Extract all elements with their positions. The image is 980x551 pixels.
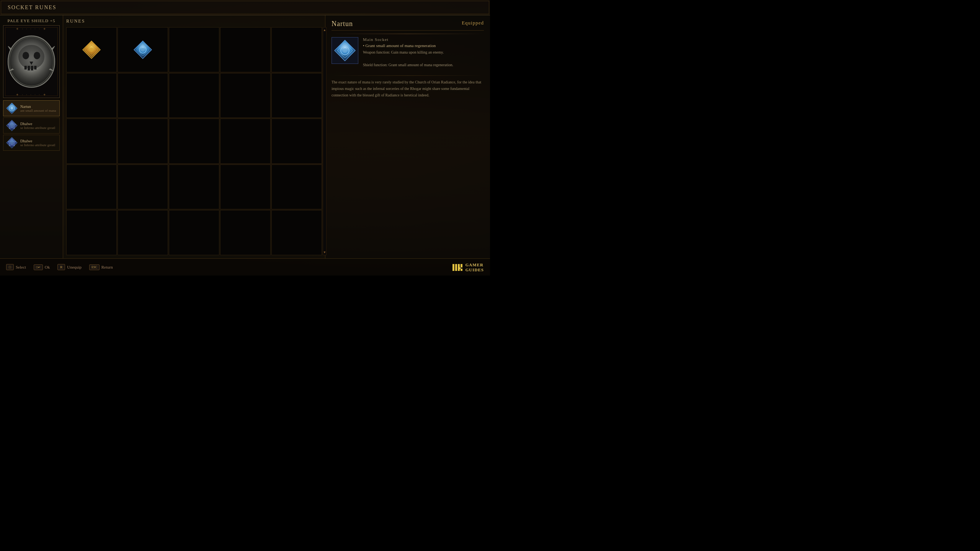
gamer-guides-icon xyxy=(452,262,463,273)
detail-separator-top xyxy=(332,34,484,34)
rune-cell-1-0[interactable] xyxy=(66,73,117,118)
unequip-key-icon: R xyxy=(57,264,65,270)
return-key-icon: ESC xyxy=(89,264,100,270)
rune-grid-container: ▲ ▼ xyxy=(66,27,322,255)
svg-rect-41 xyxy=(458,267,461,269)
inventory-list: Nartun ant small amount of mana xyxy=(3,100,60,255)
svg-point-0 xyxy=(8,36,55,87)
gamer-guides-logo: GAMERGUIDES xyxy=(452,262,484,273)
socket-info: Main Socket Grant small amount of mana r… xyxy=(363,37,484,68)
select-label: Select xyxy=(16,265,26,269)
rune-cell-2-3[interactable] xyxy=(220,119,271,164)
dhalwe-desc-1: se Inferno attribute greatl xyxy=(20,126,55,130)
select-key-icon: □ xyxy=(6,264,14,270)
svg-rect-7 xyxy=(31,66,33,70)
scroll-up-arrow[interactable]: ▲ xyxy=(323,28,326,32)
frame-deco-top-line: ✦ · · · · · ✦ xyxy=(16,27,47,31)
dhalwe-name-2: Dhalwe xyxy=(20,139,55,143)
rune-cell-0-3[interactable] xyxy=(220,27,271,72)
svg-point-20 xyxy=(10,141,13,144)
rune-cell-1-1[interactable] xyxy=(118,73,168,118)
blue-rune xyxy=(133,40,153,60)
detail-status: Equipped xyxy=(462,20,484,26)
weapon-function: Weapon function: Gain mana upon killing … xyxy=(363,49,484,55)
svg-point-10 xyxy=(10,37,53,86)
action-return: ESC Return xyxy=(89,264,113,270)
svg-point-3 xyxy=(23,52,29,59)
rune-cell-0-0[interactable] xyxy=(66,27,117,72)
rune-cell-0-4[interactable] xyxy=(271,27,322,72)
runes-label: Runes xyxy=(66,18,322,24)
rune-cell-3-4[interactable] xyxy=(271,165,322,210)
dhalwe-info-1: Dhalwe se Inferno attribute greatl xyxy=(20,122,55,130)
gold-rune xyxy=(82,40,101,60)
nartun-info: Nartun ant small amount of mana xyxy=(20,104,56,112)
svg-point-17 xyxy=(10,124,13,127)
rune-cell-4-4[interactable] xyxy=(271,210,322,255)
socket-section: Main Socket Grant small amount of mana r… xyxy=(332,37,484,68)
svg-point-4 xyxy=(34,52,40,59)
rune-cell-2-1[interactable] xyxy=(118,119,168,164)
rune-cell-3-3[interactable] xyxy=(220,165,271,210)
rune-cell-3-1[interactable] xyxy=(118,165,168,210)
dhalwe-name-1: Dhalwe xyxy=(20,122,55,126)
scroll-down-arrow[interactable]: ▼ xyxy=(323,251,326,254)
list-item[interactable]: Nartun ant small amount of mana xyxy=(3,100,60,116)
nartun-name: Nartun xyxy=(20,104,56,109)
right-panel: Nartun Equipped xyxy=(325,15,490,258)
main-layout: Pale Eye Shield +5 ✦ · · · · · ✦ xyxy=(0,15,490,258)
svg-point-35 xyxy=(343,48,347,53)
frame-deco-bottom: ✦ · · · · · ✦ xyxy=(3,91,59,98)
action-ok: □↵ Ok xyxy=(34,264,50,270)
detail-header: Nartun Equipped xyxy=(332,20,484,31)
svg-rect-8 xyxy=(34,66,36,70)
rune-cell-4-2[interactable] xyxy=(169,210,219,255)
window-title: Socket Runes xyxy=(8,5,57,11)
dhalwe-rune-icon-2 xyxy=(6,137,18,149)
socket-rune-icon xyxy=(333,39,356,62)
list-item[interactable]: Dhalwe se Inferno attribute greatl xyxy=(3,135,60,151)
scrollbar[interactable]: ▲ ▼ xyxy=(323,27,327,255)
nartun-desc: ant small amount of mana xyxy=(20,109,56,112)
rune-cell-0-1[interactable] xyxy=(118,27,168,72)
frame-deco-top: ✦ · · · · · ✦ xyxy=(3,26,59,32)
equipment-frame: ✦ · · · · · ✦ xyxy=(3,25,60,98)
rune-cell-1-3[interactable] xyxy=(220,73,271,118)
detail-separator-mid xyxy=(332,75,484,76)
ok-label: Ok xyxy=(45,265,50,269)
rune-cell-3-2[interactable] xyxy=(169,165,219,210)
svg-rect-36 xyxy=(452,264,454,271)
rune-cell-4-0[interactable] xyxy=(66,210,117,255)
rune-cell-0-2[interactable] xyxy=(169,27,219,72)
rune-cell-2-4[interactable] xyxy=(271,119,322,164)
svg-point-30 xyxy=(141,48,145,52)
rune-cell-4-1[interactable] xyxy=(118,210,168,255)
socket-rune-display xyxy=(332,37,358,64)
dhalwe-desc-2: se Inferno attribute greatl xyxy=(20,143,55,147)
nartun-rune-icon xyxy=(6,102,18,114)
rune-cell-2-2[interactable] xyxy=(169,119,219,164)
list-item[interactable]: Dhalwe se Inferno attribute greatl xyxy=(3,117,60,134)
rune-cell-1-2[interactable] xyxy=(169,73,219,118)
action-unequip: R Unequip xyxy=(57,264,82,270)
socket-bullet: Grant small amount of mana regeneration xyxy=(363,43,484,48)
dhalwe-info-2: Dhalwe se Inferno attribute greatl xyxy=(20,139,55,147)
action-select: □ Select xyxy=(6,264,26,270)
rune-cell-2-0[interactable] xyxy=(66,119,117,164)
svg-point-13 xyxy=(10,107,13,109)
rune-cell-3-0[interactable] xyxy=(66,165,117,210)
svg-rect-39 xyxy=(461,264,462,267)
svg-rect-5 xyxy=(24,66,27,70)
title-bar: Socket Runes xyxy=(0,0,490,15)
return-label: Return xyxy=(101,265,113,269)
socket-label: Main Socket xyxy=(363,37,484,42)
dhalwe-rune-icon-1 xyxy=(6,119,18,132)
shield-image xyxy=(3,26,59,98)
detail-lore: The exact nature of mana is very rarely … xyxy=(332,79,484,98)
detail-name: Nartun xyxy=(332,20,353,28)
left-panel: Pale Eye Shield +5 ✦ · · · · · ✦ xyxy=(0,15,63,258)
svg-point-1 xyxy=(8,36,55,87)
ok-key-icon: □↵ xyxy=(34,264,43,270)
rune-cell-4-3[interactable] xyxy=(220,210,271,255)
rune-cell-1-4[interactable] xyxy=(271,73,322,118)
